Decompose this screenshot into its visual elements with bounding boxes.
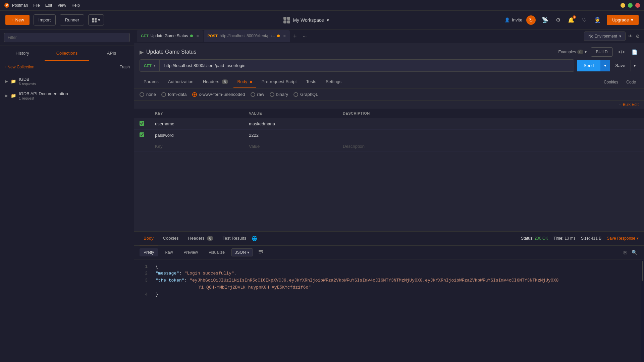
workspace-button[interactable]: My Workspace ▾ [283, 17, 329, 23]
scrollbar[interactable] [641, 259, 644, 362]
add-tab-button[interactable]: + [290, 32, 300, 41]
request-tab-1[interactable]: POST http://localhost:8000/client/pa... … [204, 30, 290, 42]
table-more-button[interactable]: ··· [619, 102, 623, 107]
globe-button[interactable]: 🌐 [252, 236, 257, 241]
menu-view[interactable]: View [57, 3, 66, 8]
nav-tab-settings[interactable]: Settings [322, 76, 345, 88]
env-settings-button[interactable]: ⚙ [636, 34, 640, 39]
profile-button[interactable]: 👮 [593, 15, 602, 24]
sync-icon[interactable]: ↻ [526, 15, 536, 25]
heart-button[interactable]: ♡ [581, 15, 588, 24]
collection-item-igdb[interactable]: ▶ 📁 IGDB 6 requests [0, 74, 134, 88]
body-option-form-data[interactable]: form-data [161, 92, 187, 97]
body-option-binary[interactable]: binary [270, 92, 288, 97]
view-preview-button[interactable]: Preview [179, 248, 202, 256]
save-button[interactable]: Save [610, 60, 631, 71]
body-option-none[interactable]: none [140, 92, 156, 97]
checkbox-password[interactable] [140, 132, 144, 137]
param-checkbox-0[interactable] [134, 118, 150, 130]
code-button[interactable]: </> [617, 48, 626, 56]
key-input-1[interactable] [155, 133, 238, 138]
satellite-button[interactable]: 📡 [540, 15, 550, 24]
expand-arrow-icon[interactable]: ▶ [140, 49, 144, 55]
view-visualize-button[interactable]: Visualize [205, 248, 229, 256]
method-selector[interactable]: GET ▾ [140, 60, 160, 71]
collection-item-igdb-api-docs[interactable]: ▶ 📁 IGDB API Documentation 1 request [0, 88, 134, 103]
desc-input-new[interactable] [343, 144, 639, 149]
response-tab-headers[interactable]: Headers 6 [184, 232, 217, 245]
sidebar-search-container [0, 29, 134, 46]
close-button[interactable] [635, 3, 640, 8]
tab-history[interactable]: History [0, 46, 45, 61]
param-checkbox-1[interactable] [134, 130, 150, 141]
search-input[interactable] [4, 33, 130, 42]
invite-button[interactable]: 👤 Invite [504, 17, 522, 23]
env-eye-button[interactable]: 👁 [628, 34, 633, 39]
desc-input-1[interactable] [343, 133, 639, 138]
param-key-new [150, 141, 244, 152]
response-tab-test-results[interactable]: Test Results [219, 232, 251, 245]
checkbox-username[interactable] [140, 121, 144, 126]
body-option-raw[interactable]: raw [251, 92, 264, 97]
tab-apis[interactable]: APIs [89, 46, 134, 61]
method-get-badge: GET [141, 34, 149, 38]
code-link[interactable]: Code [624, 76, 639, 88]
value-input-new[interactable] [249, 144, 332, 149]
nav-tab-pre-request[interactable]: Pre-request Script [258, 76, 301, 88]
response-tab-cookies[interactable]: Cookies [159, 232, 183, 245]
save-response-button[interactable]: Save Response ▾ [607, 236, 639, 241]
maximize-button[interactable] [628, 3, 633, 8]
menu-edit[interactable]: Edit [45, 3, 52, 8]
tab-close-1[interactable]: ✕ [283, 34, 286, 38]
tab-collections[interactable]: Collections [45, 46, 89, 61]
save-dropdown-button[interactable]: ▾ [631, 60, 639, 71]
nav-tab-authorization[interactable]: Authorization [164, 76, 198, 88]
desc-input-0[interactable] [343, 121, 639, 126]
key-input-0[interactable] [155, 121, 238, 126]
new-button[interactable]: + New [5, 15, 30, 25]
url-input[interactable] [160, 60, 574, 71]
import-button[interactable]: Import [34, 14, 56, 25]
send-button[interactable]: Send [577, 60, 600, 71]
layouts-button[interactable]: ▾ [88, 14, 104, 25]
cookies-link[interactable]: Cookies [601, 76, 621, 88]
tab-close-0[interactable]: ✕ [196, 34, 199, 38]
menu-file[interactable]: File [33, 3, 40, 8]
word-wrap-button[interactable] [258, 249, 264, 255]
send-dropdown-button[interactable]: ▾ [600, 60, 610, 71]
notifications-button[interactable]: 🔔 1 [567, 15, 576, 24]
request-tab-0[interactable]: GET Update Game Status ✕ [137, 30, 203, 42]
copy-button[interactable]: ⎘ [622, 248, 628, 256]
bulk-edit-button[interactable]: Bulk Edit [623, 102, 639, 107]
docs-button[interactable]: 📄 [630, 48, 639, 56]
minimize-button[interactable] [621, 3, 625, 8]
key-input-new[interactable] [155, 144, 238, 149]
response-tab-body[interactable]: Body [140, 232, 158, 245]
trash-button[interactable]: Trash [120, 65, 130, 69]
environment-selector[interactable]: No Environment ▾ [584, 32, 626, 41]
svg-rect-7 [259, 251, 262, 252]
nav-tab-headers[interactable]: Headers 8 [199, 76, 232, 88]
view-raw-button[interactable]: Raw [161, 248, 177, 256]
format-selector[interactable]: JSON ▾ [231, 248, 253, 256]
menu-help[interactable]: Help [71, 3, 80, 8]
radio-raw [251, 92, 255, 97]
nav-tab-body[interactable]: Body [233, 76, 256, 88]
examples-button[interactable]: Examples 0 ▾ [558, 50, 587, 54]
nav-tab-params[interactable]: Params [140, 76, 163, 88]
search-response-button[interactable]: 🔍 [630, 248, 639, 256]
value-input-0[interactable] [249, 121, 332, 126]
value-input-1[interactable] [249, 133, 332, 138]
new-collection-button[interactable]: + New Collection [4, 65, 34, 69]
app-icon: P [4, 3, 9, 8]
build-button[interactable]: BUILD [591, 47, 612, 57]
more-tabs-button[interactable]: ··· [300, 32, 310, 40]
body-option-urlencoded[interactable]: x-www-form-urlencoded [192, 92, 245, 97]
runner-button[interactable]: Runner [60, 14, 84, 25]
nav-tab-tests[interactable]: Tests [302, 76, 320, 88]
settings-button[interactable]: ⚙ [554, 15, 562, 24]
view-pretty-button[interactable]: Pretty [140, 248, 158, 256]
upgrade-button[interactable]: Upgrade ▾ [607, 15, 639, 25]
body-option-graphql[interactable]: GraphQL [293, 92, 318, 97]
sidebar-actions: + New Collection Trash [0, 61, 134, 73]
